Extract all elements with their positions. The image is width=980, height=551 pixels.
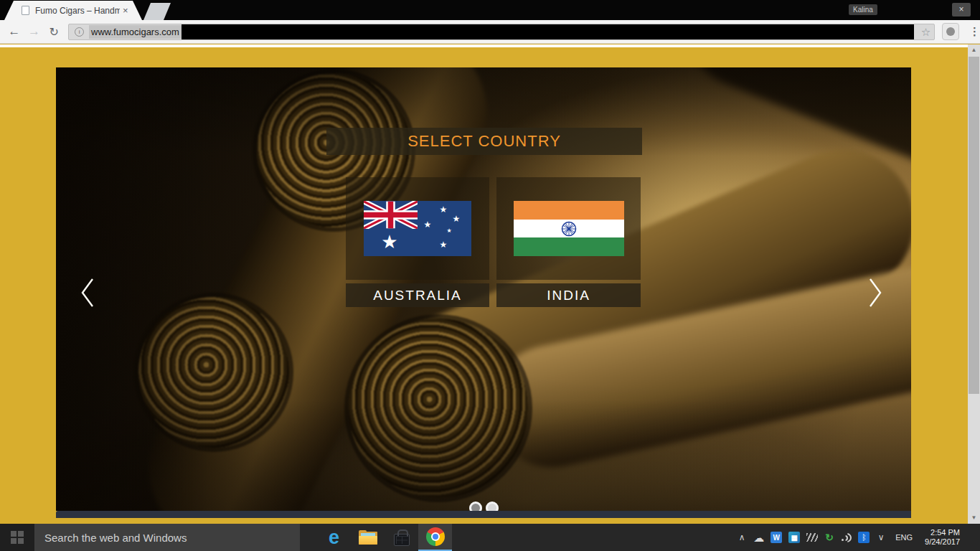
windows-store-taskbar-button[interactable] <box>385 524 418 551</box>
country-card-australia[interactable]: ★ ★ ★ ★ ★ ★ AUSTRALIA <box>346 177 489 307</box>
chevron-right-icon <box>866 277 885 309</box>
site-info-icon[interactable]: i <box>75 27 84 37</box>
network-icon[interactable] <box>806 533 818 542</box>
chrome-icon <box>426 527 445 546</box>
clock-time: 2:54 PM <box>930 528 960 537</box>
extension-icon <box>946 27 955 36</box>
extension-button[interactable] <box>942 23 959 40</box>
reload-button[interactable]: ↻ <box>44 25 64 39</box>
edge-icon: e <box>329 528 339 547</box>
bookmark-star-icon[interactable]: ☆ <box>921 26 930 39</box>
window-close-button[interactable]: × <box>952 3 971 17</box>
tab-title: Fumo Cigars – Handmad <box>35 6 120 16</box>
file-explorer-taskbar-button[interactable] <box>351 524 385 551</box>
clock-date: 9/24/2017 <box>925 537 960 546</box>
star-icon: ★ <box>424 220 432 229</box>
browser-tab[interactable]: Fumo Cigars – Handmad × <box>4 1 142 20</box>
system-tray: ∧ ☁ W ▦ ↻ ᛒ ∨ ENG 2:54 PM 9/24/2017 <box>737 524 980 551</box>
taskbar-search-input[interactable] <box>34 524 300 551</box>
scroll-down-icon[interactable]: ▼ <box>968 512 980 524</box>
taskbar-apps: e <box>317 524 452 551</box>
scroll-up-icon[interactable]: ▲ <box>968 44 980 56</box>
browser-toolbar: ← → ↻ i www.fumocigars.com ☆ ⋮ <box>0 20 980 44</box>
onedrive-cloud-icon[interactable]: ☁ <box>753 532 764 543</box>
wireless-signal-icon[interactable] <box>841 532 852 542</box>
screen: Fumo Cigars – Handmad × Kalina × ← → ↻ i… <box>0 0 980 551</box>
windows-logo-icon <box>11 531 24 544</box>
carousel-dot-2[interactable] <box>486 501 499 511</box>
australia-label[interactable]: AUSTRALIA <box>346 283 489 307</box>
page-footer-strip <box>56 511 911 518</box>
select-country-heading-bar: SELECT COUNTRY <box>326 128 642 155</box>
grid-app-tile-icon[interactable]: ▦ <box>788 532 800 543</box>
idm-download-icon[interactable]: ↻ <box>824 532 834 542</box>
australia-flag-panel: ★ ★ ★ ★ ★ ★ <box>346 177 489 280</box>
ashoka-chakra-icon <box>560 220 578 237</box>
star-icon: ★ <box>446 228 451 234</box>
webpage: SELECT COUNTRY ★ ★ ★ <box>0 47 980 524</box>
country-card-india[interactable]: INDIA <box>496 177 641 307</box>
flag-band <box>514 237 624 256</box>
address-bar[interactable]: i www.fumocigars.com ☆ <box>68 24 935 40</box>
bluetooth-icon[interactable]: ᛒ <box>858 532 870 543</box>
chrome-taskbar-button[interactable] <box>418 524 452 551</box>
hidden-icons-chevron-icon[interactable]: ∧ <box>737 533 747 542</box>
commonwealth-star-icon: ★ <box>381 232 397 251</box>
back-button[interactable]: ← <box>4 24 24 39</box>
blue-app-tile-icon[interactable]: W <box>771 532 782 543</box>
star-icon: ★ <box>453 215 461 223</box>
url-selection-fill <box>182 24 914 39</box>
india-label[interactable]: INDIA <box>496 283 641 307</box>
taskbar-clock[interactable]: 2:54 PM 9/24/2017 <box>922 528 966 547</box>
windows-store-icon <box>394 534 410 546</box>
file-explorer-icon <box>359 530 377 545</box>
forward-button: → <box>24 24 44 39</box>
carousel-dots <box>56 501 911 511</box>
carousel-dot-1[interactable] <box>469 501 482 511</box>
scrollbar-thumb[interactable] <box>969 57 979 394</box>
carousel-prev-button[interactable] <box>73 276 102 310</box>
page-favicon-icon <box>22 6 29 15</box>
start-button[interactable] <box>0 524 34 551</box>
windows-taskbar: e ∧ ☁ W ▦ ↻ ᛒ ∨ ENG <box>0 524 980 551</box>
browser-menu-button[interactable]: ⋮ <box>969 25 980 38</box>
profile-name-badge[interactable]: Kalina <box>849 4 877 15</box>
tab-close-icon[interactable]: × <box>123 6 128 15</box>
india-flag-panel <box>496 177 641 280</box>
carousel-next-button[interactable] <box>861 276 890 310</box>
star-icon: ★ <box>440 240 448 249</box>
chevron-left-icon <box>78 277 97 309</box>
url-text: www.fumocigars.com <box>89 25 182 39</box>
country-carousel: SELECT COUNTRY ★ ★ ★ <box>56 67 911 511</box>
collapse-chevron-icon[interactable]: ∨ <box>876 533 886 542</box>
flag-band <box>514 201 624 220</box>
page-scrollbar[interactable]: ▲ ▼ <box>968 44 980 524</box>
language-indicator[interactable]: ENG <box>892 533 915 542</box>
india-flag-icon <box>514 201 624 256</box>
edge-taskbar-button[interactable]: e <box>317 524 351 551</box>
select-country-heading: SELECT COUNTRY <box>407 132 561 151</box>
new-tab-button[interactable] <box>143 3 171 20</box>
australia-flag-icon: ★ ★ ★ ★ ★ ★ <box>364 201 471 256</box>
star-icon: ★ <box>440 205 448 214</box>
tab-strip: Fumo Cigars – Handmad × Kalina × <box>0 0 980 20</box>
